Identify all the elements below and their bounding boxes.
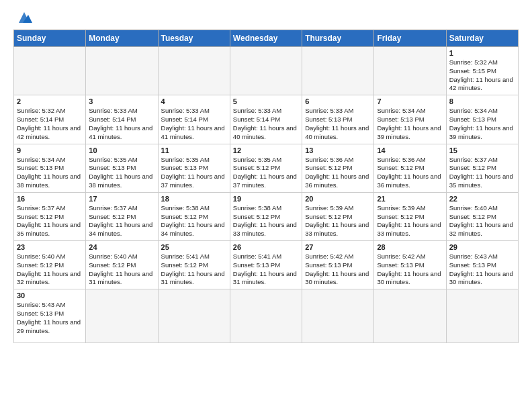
day-number: 3 xyxy=(89,97,154,105)
day-number: 22 xyxy=(449,195,515,203)
calendar-cell: 28Sunrise: 5:42 AM Sunset: 5:13 PM Dayli… xyxy=(374,241,446,289)
calendar-cell: 12Sunrise: 5:35 AM Sunset: 5:12 PM Dayli… xyxy=(230,144,302,192)
calendar-cell: 8Sunrise: 5:34 AM Sunset: 5:13 PM Daylig… xyxy=(446,95,518,144)
day-info: Sunrise: 5:39 AM Sunset: 5:12 PM Dayligh… xyxy=(305,204,371,238)
day-info: Sunrise: 5:36 AM Sunset: 5:12 PM Dayligh… xyxy=(305,156,371,190)
day-info: Sunrise: 5:35 AM Sunset: 5:13 PM Dayligh… xyxy=(161,156,227,190)
calendar-cell: 21Sunrise: 5:39 AM Sunset: 5:12 PM Dayli… xyxy=(374,192,446,240)
day-number: 9 xyxy=(17,146,83,154)
day-number: 2 xyxy=(17,97,83,105)
weekday-header-sunday: Sunday xyxy=(14,30,86,47)
day-number: 20 xyxy=(305,195,371,203)
calendar-cell: 11Sunrise: 5:35 AM Sunset: 5:13 PM Dayli… xyxy=(158,144,230,192)
calendar-cell: 18Sunrise: 5:38 AM Sunset: 5:12 PM Dayli… xyxy=(158,192,230,240)
calendar-cell: 19Sunrise: 5:38 AM Sunset: 5:12 PM Dayli… xyxy=(230,192,302,240)
calendar-cell: 14Sunrise: 5:36 AM Sunset: 5:12 PM Dayli… xyxy=(374,144,446,192)
calendar-cell: 26Sunrise: 5:41 AM Sunset: 5:13 PM Dayli… xyxy=(230,241,302,289)
calendar-cell: 2Sunrise: 5:32 AM Sunset: 5:14 PM Daylig… xyxy=(14,95,86,144)
day-info: Sunrise: 5:33 AM Sunset: 5:14 PM Dayligh… xyxy=(89,107,154,141)
day-number: 4 xyxy=(161,97,227,105)
day-info: Sunrise: 5:43 AM Sunset: 5:13 PM Dayligh… xyxy=(17,301,83,335)
day-info: Sunrise: 5:41 AM Sunset: 5:13 PM Dayligh… xyxy=(233,253,299,287)
logo xyxy=(13,11,87,24)
day-info: Sunrise: 5:37 AM Sunset: 5:12 PM Dayligh… xyxy=(89,204,154,238)
calendar-cell: 6Sunrise: 5:33 AM Sunset: 5:13 PM Daylig… xyxy=(302,95,374,144)
day-number: 19 xyxy=(233,195,299,203)
day-number: 24 xyxy=(89,243,154,251)
calendar-week-row: 23Sunrise: 5:40 AM Sunset: 5:12 PM Dayli… xyxy=(14,241,519,289)
day-number: 11 xyxy=(161,146,227,154)
weekday-header-tuesday: Tuesday xyxy=(158,30,230,47)
day-info: Sunrise: 5:40 AM Sunset: 5:12 PM Dayligh… xyxy=(449,204,515,238)
weekday-header-saturday: Saturday xyxy=(446,30,518,47)
day-info: Sunrise: 5:42 AM Sunset: 5:13 PM Dayligh… xyxy=(377,253,443,287)
calendar-week-row: 2Sunrise: 5:32 AM Sunset: 5:14 PM Daylig… xyxy=(14,95,519,144)
logo-icon xyxy=(16,11,32,24)
day-number: 10 xyxy=(89,146,154,154)
day-info: Sunrise: 5:36 AM Sunset: 5:12 PM Dayligh… xyxy=(377,156,443,190)
calendar-cell xyxy=(14,47,86,95)
day-number: 27 xyxy=(305,243,371,251)
calendar-cell xyxy=(158,289,230,343)
calendar-cell: 22Sunrise: 5:40 AM Sunset: 5:12 PM Dayli… xyxy=(446,192,518,240)
calendar-week-row: 9Sunrise: 5:34 AM Sunset: 5:13 PM Daylig… xyxy=(14,144,519,192)
day-number: 21 xyxy=(377,195,443,203)
calendar-week-row: 30Sunrise: 5:43 AM Sunset: 5:13 PM Dayli… xyxy=(14,289,519,343)
calendar-cell xyxy=(302,47,374,95)
day-info: Sunrise: 5:39 AM Sunset: 5:12 PM Dayligh… xyxy=(377,204,443,238)
day-number: 6 xyxy=(305,97,371,105)
day-number: 14 xyxy=(377,146,443,154)
calendar-cell: 1Sunrise: 5:32 AM Sunset: 5:15 PM Daylig… xyxy=(446,47,518,95)
day-info: Sunrise: 5:40 AM Sunset: 5:12 PM Dayligh… xyxy=(17,253,83,287)
day-info: Sunrise: 5:34 AM Sunset: 5:13 PM Dayligh… xyxy=(377,107,443,141)
calendar-cell: 10Sunrise: 5:35 AM Sunset: 5:13 PM Dayli… xyxy=(86,144,158,192)
day-number: 26 xyxy=(233,243,299,251)
calendar-cell xyxy=(446,289,518,343)
day-number: 16 xyxy=(17,195,83,203)
calendar-cell: 5Sunrise: 5:33 AM Sunset: 5:14 PM Daylig… xyxy=(230,95,302,144)
weekday-header-monday: Monday xyxy=(86,30,158,47)
day-number: 30 xyxy=(17,291,83,300)
day-info: Sunrise: 5:32 AM Sunset: 5:15 PM Dayligh… xyxy=(449,58,515,93)
day-info: Sunrise: 5:34 AM Sunset: 5:13 PM Dayligh… xyxy=(449,107,515,141)
weekday-header-row: SundayMondayTuesdayWednesdayThursdayFrid… xyxy=(14,30,519,47)
day-info: Sunrise: 5:38 AM Sunset: 5:12 PM Dayligh… xyxy=(233,204,299,238)
day-number: 5 xyxy=(233,97,299,105)
calendar-cell: 23Sunrise: 5:40 AM Sunset: 5:12 PM Dayli… xyxy=(14,241,86,289)
day-info: Sunrise: 5:38 AM Sunset: 5:12 PM Dayligh… xyxy=(161,204,227,238)
calendar-cell xyxy=(230,289,302,343)
day-number: 25 xyxy=(161,243,227,251)
calendar-cell: 4Sunrise: 5:33 AM Sunset: 5:14 PM Daylig… xyxy=(158,95,230,144)
calendar-cell: 24Sunrise: 5:40 AM Sunset: 5:12 PM Dayli… xyxy=(86,241,158,289)
day-info: Sunrise: 5:43 AM Sunset: 5:13 PM Dayligh… xyxy=(449,253,515,287)
calendar-cell xyxy=(230,47,302,95)
weekday-header-thursday: Thursday xyxy=(302,30,374,47)
calendar-cell xyxy=(302,289,374,343)
day-info: Sunrise: 5:40 AM Sunset: 5:12 PM Dayligh… xyxy=(89,253,154,287)
day-info: Sunrise: 5:35 AM Sunset: 5:13 PM Dayligh… xyxy=(89,156,154,190)
calendar-cell xyxy=(86,289,158,343)
day-number: 17 xyxy=(89,195,154,203)
calendar-cell: 29Sunrise: 5:43 AM Sunset: 5:13 PM Dayli… xyxy=(446,241,518,289)
calendar-week-row: 16Sunrise: 5:37 AM Sunset: 5:12 PM Dayli… xyxy=(14,192,519,240)
day-info: Sunrise: 5:32 AM Sunset: 5:14 PM Dayligh… xyxy=(17,107,83,141)
calendar-cell xyxy=(158,47,230,95)
calendar-cell: 17Sunrise: 5:37 AM Sunset: 5:12 PM Dayli… xyxy=(86,192,158,240)
day-info: Sunrise: 5:33 AM Sunset: 5:14 PM Dayligh… xyxy=(233,107,299,141)
day-info: Sunrise: 5:37 AM Sunset: 5:12 PM Dayligh… xyxy=(449,156,515,190)
day-number: 23 xyxy=(17,243,83,251)
day-number: 12 xyxy=(233,146,299,154)
calendar-cell: 20Sunrise: 5:39 AM Sunset: 5:12 PM Dayli… xyxy=(302,192,374,240)
day-info: Sunrise: 5:34 AM Sunset: 5:13 PM Dayligh… xyxy=(17,156,83,190)
calendar-cell: 3Sunrise: 5:33 AM Sunset: 5:14 PM Daylig… xyxy=(86,95,158,144)
day-info: Sunrise: 5:42 AM Sunset: 5:13 PM Dayligh… xyxy=(305,253,371,287)
calendar-cell: 15Sunrise: 5:37 AM Sunset: 5:12 PM Dayli… xyxy=(446,144,518,192)
day-number: 7 xyxy=(377,97,443,105)
calendar-week-row: 1Sunrise: 5:32 AM Sunset: 5:15 PM Daylig… xyxy=(14,47,519,95)
day-info: Sunrise: 5:37 AM Sunset: 5:12 PM Dayligh… xyxy=(17,204,83,238)
weekday-header-friday: Friday xyxy=(374,30,446,47)
day-info: Sunrise: 5:33 AM Sunset: 5:13 PM Dayligh… xyxy=(305,107,371,141)
weekday-header-wednesday: Wednesday xyxy=(230,30,302,47)
calendar-table: SundayMondayTuesdayWednesdayThursdayFrid… xyxy=(13,30,519,343)
calendar-cell: 16Sunrise: 5:37 AM Sunset: 5:12 PM Dayli… xyxy=(14,192,86,240)
